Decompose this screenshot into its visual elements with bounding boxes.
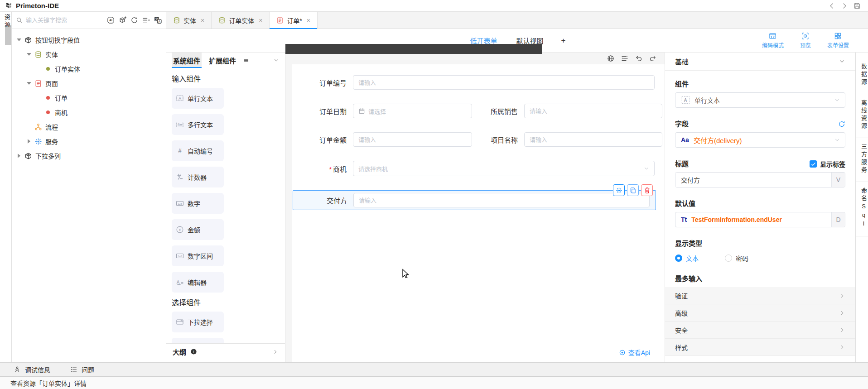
palette-tab-系统组件[interactable]: 系统组件 [172,53,202,68]
chevron-down-icon[interactable] [839,58,845,65]
default-value-field[interactable]: Tt TestFormInformation.endUser [675,212,831,227]
tree-item-商机[interactable]: 商机 [12,105,166,120]
default-variable-button[interactable]: D [831,212,845,227]
ai-icon[interactable]: AI [107,16,115,24]
title-input[interactable] [675,173,831,187]
tab-close-icon[interactable]: × [259,17,262,24]
collapse-list-icon[interactable] [142,16,150,24]
input-field-订单金额[interactable] [353,132,472,147]
translate-icon[interactable]: 文A [154,16,162,24]
field-select[interactable]: Aa 交付方(delivery) [675,132,845,148]
action-preview[interactable]: 预览 [800,32,811,49]
select-field-商机[interactable]: 请选择商机 [353,161,655,176]
selected-form-field[interactable]: 交付方 [293,190,656,210]
input-field-项目名称[interactable] [524,132,662,147]
date-field-订单日期[interactable]: 请选择 [353,104,472,118]
component-item-计数器[interactable]: 计数器 [172,167,224,187]
rail-tab-三方服务[interactable]: 三方服务 [856,138,868,182]
chevron-down-icon [834,97,840,103]
rail-tab-离线资源[interactable]: 离线资源 [856,94,868,138]
add-view-button[interactable]: + [561,36,566,45]
field-delete-button[interactable] [641,184,653,196]
outline-row[interactable]: 大纲 i [166,343,285,360]
properties-header[interactable]: 基础 [665,53,855,71]
field-input[interactable] [530,108,657,115]
redo-icon[interactable] [649,55,656,62]
debug-bar-调试信息[interactable]: 调试信息 [14,365,50,374]
rail-tab-数据源[interactable]: 数据源 [856,58,868,94]
field-input[interactable] [359,197,644,204]
tree-item-流程[interactable]: 流程 [12,120,166,134]
view-api-link[interactable]: 查看Api [619,348,650,357]
component-item-数字区间[interactable]: 1~3数字区间 [172,245,224,266]
display-type-radio-文本[interactable]: 文本 [675,254,699,263]
tree-item-页面[interactable]: 页面 [12,76,166,91]
component-item-金额[interactable]: ¥金额 [172,219,224,240]
input-field-订单编号[interactable] [353,75,655,90]
cube-plus-icon[interactable] [119,16,126,24]
refresh-icon[interactable] [838,120,845,128]
tab-close-icon[interactable]: × [201,17,204,24]
field-settings-button[interactable] [613,184,625,196]
action-code-mode[interactable]: 编码模式 [762,32,784,49]
component-item-单行文本[interactable]: A单行文本 [172,88,224,109]
editor-tab-订单*[interactable]: 订单*× [270,12,318,29]
tree-caret-icon[interactable] [26,52,31,57]
tree-caret-icon[interactable] [16,154,21,158]
prop-section-安全[interactable]: 安全 [665,322,855,339]
title-variable-button[interactable]: V [831,173,845,187]
tree-caret-icon[interactable] [16,38,21,43]
chevron-right-icon[interactable] [272,349,279,355]
tree-item-label: 商机 [55,108,68,117]
activity-tab-resources[interactable]: 资源 [0,14,11,29]
input-field-所属销售[interactable] [524,104,662,118]
tree-item-实体[interactable]: 实体 [12,47,166,62]
save-icon[interactable] [854,2,861,10]
tree-item-订单[interactable]: 订单 [12,91,166,105]
input-field-交付方[interactable] [353,193,650,207]
component-select[interactable]: A 单行文本 [675,92,845,108]
tree-item-下拉多列[interactable]: 下拉多列 [12,149,166,163]
search-input[interactable] [26,17,104,24]
tree-item-订单实体[interactable]: 订单实体 [12,62,166,76]
show-label-checkbox[interactable] [810,160,817,168]
refresh-icon[interactable] [130,16,138,24]
palette-collapse-icon[interactable] [273,57,280,63]
component-item-数字[interactable]: 123数字 [172,193,224,214]
undo-icon[interactable] [635,55,642,62]
rail-tab-命名Sql[interactable]: 命名Sql [856,182,868,236]
tree-caret-icon[interactable] [26,139,31,144]
debug-bar-问题[interactable]: 问题 [70,365,94,374]
field-placeholder: 请选择商机 [358,164,388,173]
globe-icon[interactable] [607,55,614,62]
tab-close-icon[interactable]: × [307,17,310,24]
outline-list-icon[interactable] [621,55,628,62]
component-item-编辑器[interactable]: A编辑器 [172,272,224,293]
tree-item-服务[interactable]: 服务 [12,134,166,149]
tree-item-按钮切换字段值[interactable]: 按钮切换字段值 [12,33,166,47]
prop-section-样式[interactable]: 样式 [665,339,855,356]
app-logo-icon [5,2,13,10]
nav-forward-icon[interactable] [841,2,848,10]
field-input[interactable] [358,136,467,143]
field-label: 订单日期 [285,106,347,116]
nav-back-icon[interactable] [828,2,835,10]
component-item-多行文本[interactable]: A多行文本 [172,114,224,135]
field-input[interactable] [358,79,649,86]
editor-tab-实体[interactable]: 实体× [166,12,212,29]
display-type-radio-密码[interactable]: 密码 [725,254,748,263]
component-item-自动编号[interactable]: #自动编号 [172,140,224,161]
component-item-下拉选择[interactable]: 下拉选择 [172,312,224,332]
field-copy-button[interactable] [627,184,639,196]
tree-caret-icon[interactable] [26,81,31,86]
prop-section-高级[interactable]: 高级 [665,304,855,322]
palette-menu-icon[interactable] [243,58,249,63]
info-icon: i [190,348,197,355]
prop-section-验证[interactable]: 验证 [665,287,855,304]
field-input[interactable] [530,136,657,143]
palette-tab-扩展组件[interactable]: 扩展组件 [207,53,237,68]
action-form-settings[interactable]: 表单设置 [827,32,849,49]
debug-icon [14,366,21,373]
form-row: 订单日期请选择所属销售 [285,104,665,118]
editor-tab-订单实体[interactable]: 订单实体× [212,12,270,29]
